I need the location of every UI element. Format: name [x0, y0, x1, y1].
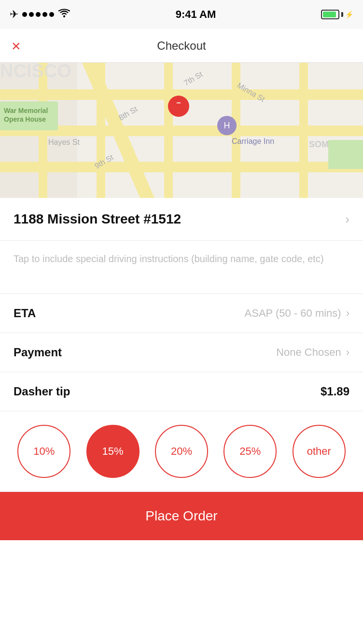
- payment-value-text: None Chosen: [276, 346, 341, 359]
- svg-text:H: H: [224, 121, 230, 130]
- eta-row[interactable]: ETA ASAP (50 - 60 mins) ›: [0, 294, 363, 333]
- close-button[interactable]: ×: [12, 38, 21, 54]
- svg-point-0: [63, 15, 65, 17]
- place-order-button[interactable]: Place Order: [0, 492, 363, 540]
- address-chevron-icon: ›: [345, 212, 349, 227]
- battery-icon: ⚡: [321, 10, 353, 19]
- dasher-tip-row: Dasher tip $1.89: [0, 372, 363, 411]
- instructions-placeholder: Tap to include special driving instructi…: [14, 253, 324, 264]
- battery-bolt-icon: ⚡: [345, 11, 353, 18]
- instructions-row[interactable]: Tap to include special driving instructi…: [0, 241, 363, 294]
- tip-option-10[interactable]: 10%: [17, 425, 70, 478]
- signal-dot-1: [22, 12, 27, 17]
- signal-dot-4: [42, 12, 47, 17]
- svg-text:NCISCO: NCISCO: [0, 63, 71, 81]
- signal-dots: [22, 12, 54, 17]
- eta-label: ETA: [14, 307, 36, 320]
- header-title: Checkout: [157, 39, 206, 53]
- payment-chevron-icon: ›: [346, 346, 349, 359]
- eta-value-text: ASAP (50 - 60 mins): [245, 307, 341, 320]
- status-bar: ✈ 9:41 AM ⚡: [0, 0, 363, 29]
- status-left: ✈: [10, 8, 70, 21]
- svg-text:War Memorial: War Memorial: [4, 107, 48, 114]
- payment-row[interactable]: Payment None Chosen ›: [0, 333, 363, 372]
- svg-rect-10: [299, 63, 308, 198]
- signal-dot-3: [36, 12, 41, 17]
- map-view[interactable]: 7th St 8th St 9th St Minna St Hayes St W…: [0, 63, 363, 198]
- payment-value: None Chosen ›: [276, 346, 349, 359]
- tip-option-other[interactable]: other: [293, 425, 346, 478]
- status-time: 9:41 AM: [176, 8, 216, 21]
- address-row[interactable]: 1188 Mission Street #1512 ›: [0, 198, 363, 241]
- checkout-header: × Checkout: [0, 29, 363, 63]
- wifi-icon: [58, 8, 70, 21]
- payment-label: Payment: [14, 346, 62, 359]
- signal-dot-2: [29, 12, 34, 17]
- svg-rect-5: [0, 162, 363, 172]
- airplane-icon: ✈: [10, 8, 18, 21]
- tip-option-25[interactable]: 25%: [223, 425, 277, 478]
- checkout-content: 1188 Mission Street #1512 › Tap to inclu…: [0, 198, 363, 540]
- svg-rect-8: [164, 63, 173, 198]
- svg-text:Carriage Inn: Carriage Inn: [232, 137, 274, 145]
- tip-option-15[interactable]: 15%: [86, 425, 140, 478]
- svg-text:Hayes St: Hayes St: [48, 138, 80, 146]
- tip-options-row: 10% 15% 20% 25% other: [0, 411, 363, 492]
- dasher-tip-label: Dasher tip: [14, 385, 70, 398]
- eta-value: ASAP (50 - 60 mins) ›: [245, 307, 349, 320]
- svg-rect-21: [328, 140, 363, 169]
- eta-chevron-icon: ›: [346, 307, 349, 320]
- signal-dot-5: [49, 12, 54, 17]
- address-text: 1188 Mission Street #1512: [14, 211, 181, 227]
- tip-option-20[interactable]: 20%: [155, 425, 208, 478]
- dasher-tip-amount: $1.89: [321, 385, 349, 398]
- svg-text:Opera House: Opera House: [4, 115, 46, 123]
- status-right: ⚡: [321, 10, 353, 19]
